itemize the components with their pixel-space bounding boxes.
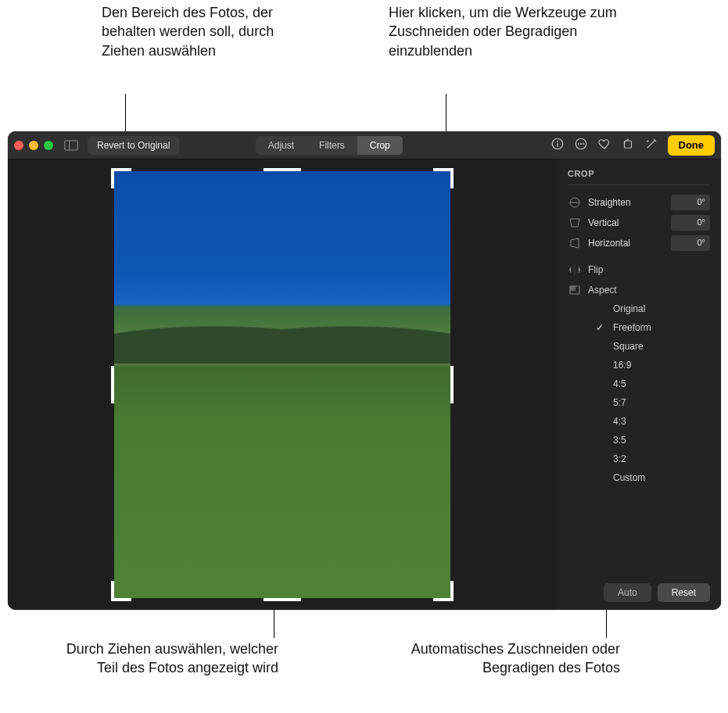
minimize-window-button[interactable] bbox=[29, 141, 38, 150]
crop-handle-bottom[interactable] bbox=[264, 598, 301, 601]
titlebar: Revert to Original Adjust Filters Crop D… bbox=[8, 131, 721, 159]
aspect-option[interactable]: Square bbox=[593, 337, 710, 356]
svg-rect-13 bbox=[570, 286, 576, 291]
svg-point-7 bbox=[580, 143, 582, 145]
svg-point-8 bbox=[583, 143, 584, 145]
crop-sidebar: CROP Straighten 0° Vertical 0° Horizonta… bbox=[557, 159, 721, 610]
aspect-option[interactable]: Custom bbox=[593, 468, 710, 487]
svg-point-6 bbox=[578, 143, 579, 145]
crop-canvas[interactable] bbox=[8, 159, 557, 610]
vertical-label: Vertical bbox=[588, 217, 665, 228]
flip-row[interactable]: Flip bbox=[568, 263, 710, 276]
callout-crop-tab: Hier klicken, um die Werkzeuge zum Zusch… bbox=[389, 3, 662, 60]
leader-line bbox=[446, 94, 446, 136]
aspect-option[interactable]: 4:3 bbox=[593, 412, 710, 431]
sidebar-toggle-icon[interactable] bbox=[64, 140, 78, 151]
tab-adjust[interactable]: Adjust bbox=[256, 136, 307, 155]
aspect-label: Aspect bbox=[588, 285, 617, 296]
aspect-option[interactable]: 3:2 bbox=[593, 450, 710, 468]
crop-handle-tl[interactable] bbox=[111, 168, 131, 188]
done-button[interactable]: Done bbox=[668, 135, 715, 156]
leader-line bbox=[606, 608, 607, 638]
check-icon: ✓ bbox=[596, 322, 607, 333]
crop-handle-br[interactable] bbox=[433, 581, 454, 601]
aspect-option[interactable]: ✓Freeform bbox=[593, 318, 710, 337]
crop-handle-left[interactable] bbox=[111, 366, 114, 403]
revert-button[interactable]: Revert to Original bbox=[88, 136, 179, 155]
aspect-icon bbox=[568, 284, 582, 296]
photos-edit-window: Revert to Original Adjust Filters Crop D… bbox=[8, 131, 721, 610]
crop-handle-right[interactable] bbox=[450, 366, 454, 403]
svg-rect-9 bbox=[624, 141, 631, 148]
svg-point-3 bbox=[557, 141, 558, 142]
callout-crop-handle: Den Bereich des Fotos, der behalten werd… bbox=[102, 3, 313, 60]
tab-filters[interactable]: Filters bbox=[307, 136, 357, 155]
vertical-row: Vertical 0° bbox=[568, 215, 710, 231]
horizontal-perspective-icon bbox=[568, 237, 582, 249]
aspect-option[interactable]: 3:5 bbox=[593, 431, 710, 450]
horizontal-value[interactable]: 0° bbox=[671, 235, 710, 251]
straighten-icon bbox=[568, 196, 582, 209]
close-window-button[interactable] bbox=[14, 141, 23, 150]
aspect-option[interactable]: Original bbox=[593, 299, 710, 318]
window-controls bbox=[14, 141, 53, 150]
flip-icon bbox=[568, 263, 582, 276]
horizontal-label: Horizontal bbox=[588, 238, 665, 249]
reset-button[interactable]: Reset bbox=[658, 583, 710, 602]
straighten-row: Straighten 0° bbox=[568, 195, 710, 210]
aspect-options: Original ✓Freeform Square 16:9 4:5 5:7 4… bbox=[593, 299, 710, 487]
vertical-perspective-icon bbox=[568, 217, 582, 229]
callout-drag-photo: Durch Ziehen auswählen, welcher Teil des… bbox=[44, 640, 278, 678]
photo[interactable] bbox=[114, 171, 450, 598]
sidebar-title: CROP bbox=[568, 169, 710, 178]
svg-rect-4 bbox=[557, 143, 558, 147]
info-icon[interactable] bbox=[550, 137, 565, 153]
aspect-option[interactable]: 5:7 bbox=[593, 393, 710, 412]
fullscreen-window-button[interactable] bbox=[44, 141, 53, 150]
aspect-row[interactable]: Aspect bbox=[568, 284, 710, 296]
crop-handle-top[interactable] bbox=[264, 168, 301, 171]
crop-handle-tr[interactable] bbox=[433, 168, 454, 188]
straighten-value[interactable]: 0° bbox=[671, 195, 710, 210]
crop-frame bbox=[114, 171, 450, 598]
edit-mode-tabs: Adjust Filters Crop bbox=[256, 136, 403, 155]
horizontal-row: Horizontal 0° bbox=[568, 235, 710, 251]
callout-auto: Automatisches Zuschneiden oder Begradige… bbox=[386, 640, 620, 678]
flip-label: Flip bbox=[588, 264, 603, 275]
favorite-icon[interactable] bbox=[597, 137, 611, 153]
aspect-option[interactable]: 4:5 bbox=[593, 374, 710, 393]
leader-line bbox=[274, 610, 274, 638]
svg-rect-0 bbox=[65, 141, 78, 150]
tab-crop[interactable]: Crop bbox=[357, 136, 403, 155]
rotate-icon[interactable] bbox=[621, 137, 635, 153]
auto-button[interactable]: Auto bbox=[604, 583, 651, 602]
divider bbox=[568, 185, 710, 185]
crop-handle-bl[interactable] bbox=[111, 581, 131, 601]
more-icon[interactable] bbox=[574, 137, 588, 153]
vertical-value[interactable]: 0° bbox=[671, 215, 710, 231]
aspect-option[interactable]: 16:9 bbox=[593, 356, 710, 374]
auto-enhance-icon[interactable] bbox=[644, 137, 658, 153]
straighten-label: Straighten bbox=[588, 197, 665, 208]
